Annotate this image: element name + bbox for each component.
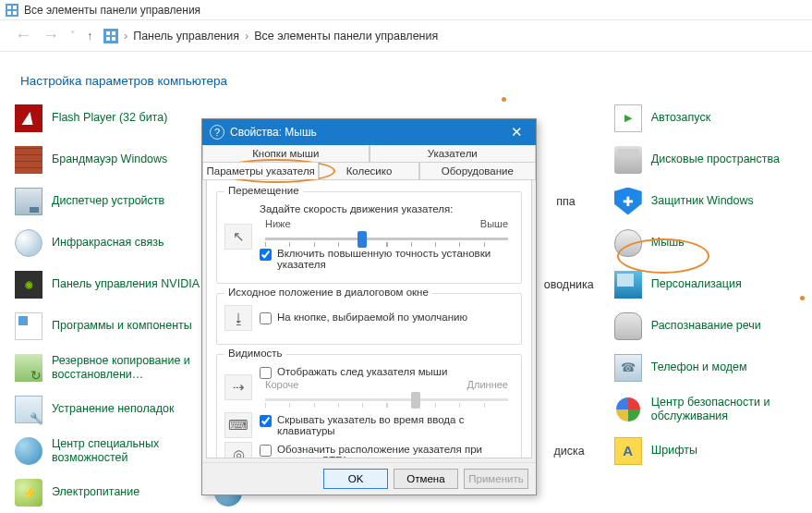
item-security-center[interactable]: Центр безопасности и обслуживания <box>609 388 803 430</box>
svg-rect-7 <box>112 37 115 41</box>
infrared-icon <box>13 227 44 259</box>
dialog-titlebar[interactable]: ? Свойства: Мышь ✕ <box>202 119 536 145</box>
group-visibility: Видимость ⇢ Отображать след указателя мы… <box>216 354 522 458</box>
backup-icon <box>13 352 44 384</box>
item-infrared[interactable]: Инфракрасная связь <box>9 222 203 263</box>
item-power[interactable]: Электропитание <box>9 471 203 513</box>
trail-length-slider <box>265 390 508 409</box>
svg-rect-3 <box>13 11 17 15</box>
nav-recent-icon[interactable]: ˅ <box>65 30 81 42</box>
item-autorun[interactable]: Автозапуск <box>609 97 803 139</box>
speed-label: Задайте скорость движения указателя: <box>260 203 514 214</box>
group-snap-to: Исходное положение в диалоговом окне ⭳ Н… <box>216 293 522 345</box>
tab-pointers[interactable]: Указатели <box>370 145 537 162</box>
programs-icon <box>13 311 44 342</box>
tab-hardware[interactable]: Оборудование <box>419 162 536 179</box>
snap-to-checkbox[interactable]: На кнопке, выбираемой по умолчанию <box>260 311 467 324</box>
device-manager-icon <box>13 186 44 217</box>
firewall-icon <box>13 144 44 176</box>
item-troubleshoot[interactable]: Устранение неполадок <box>9 388 203 430</box>
window-titlebar: Все элементы панели управления <box>0 0 812 20</box>
item-nvidia[interactable]: Панель управления NVIDIA <box>9 263 203 305</box>
item-flash-player[interactable]: Flash Player (32 бита) <box>9 97 203 139</box>
item-device-manager[interactable]: Диспетчер устройств <box>9 180 203 222</box>
dialog-title: Свойства: Мышь <box>230 126 317 139</box>
tab-pointer-options[interactable]: Параметры указателя <box>202 162 319 179</box>
enhance-precision-checkbox[interactable]: Включить повышенную точность установки у… <box>260 248 514 270</box>
apply-button[interactable]: Применить <box>464 469 528 489</box>
disks-icon <box>612 144 644 176</box>
troubleshoot-icon <box>13 394 44 425</box>
item-speech[interactable]: Распознавание речи <box>609 305 803 347</box>
window-title: Все элементы панели управления <box>24 4 200 17</box>
breadcrumb[interactable]: › Панель управления › Все элементы панел… <box>124 30 438 43</box>
tab-buttons[interactable]: Кнопки мыши <box>202 145 370 162</box>
item-fonts[interactable]: Шрифты <box>609 430 803 471</box>
address-icon <box>103 29 118 43</box>
item-ease-of-access[interactable]: Центр специальных возможностей <box>9 430 203 471</box>
svg-rect-5 <box>112 31 115 35</box>
navbar: ← → ˅ ↑ › Панель управления › Все элемен… <box>0 20 812 52</box>
tab-wheel[interactable]: Колесико <box>319 162 418 179</box>
svg-rect-6 <box>106 37 110 41</box>
item-programs[interactable]: Программы и компоненты <box>9 305 203 347</box>
breadcrumb-current[interactable]: Все элементы панели управления <box>254 30 438 43</box>
nav-back-icon[interactable]: ← <box>9 26 37 45</box>
autorun-icon <box>612 103 644 134</box>
svg-rect-1 <box>13 6 17 9</box>
dialog-body: Перемещение ↖ Задайте скорость движения … <box>206 180 532 458</box>
help-icon[interactable]: ? <box>210 125 224 140</box>
control-panel-icon <box>6 4 18 17</box>
item-mouse[interactable]: Мышь <box>609 222 803 263</box>
locate-ctrl-icon: ◎ <box>224 442 252 458</box>
hide-pointer-checkbox[interactable]: Скрывать указатель во время ввода с клав… <box>260 414 514 436</box>
partial-text: оводника <box>544 278 594 291</box>
page-title: Настройка параметров компьютера <box>0 52 812 97</box>
chevron-right-icon: › <box>124 30 127 43</box>
trails-icon: ⇢ <box>224 374 252 400</box>
item-phone-modem[interactable]: Телефон и модем <box>609 347 803 388</box>
snap-to-icon: ⭳ <box>224 305 252 331</box>
cancel-button[interactable]: Отмена <box>394 469 458 489</box>
chevron-right-icon: › <box>245 30 248 43</box>
partial-text: диска <box>554 445 585 458</box>
item-firewall[interactable]: Брандмауэр Windows <box>9 139 203 180</box>
item-windows-defender[interactable]: ✚Защитник Windows <box>609 180 803 222</box>
svg-rect-4 <box>106 31 110 35</box>
item-backup[interactable]: Резервное копирование и восстановлени… <box>9 347 203 388</box>
nvidia-icon <box>13 269 44 300</box>
pointer-speed-icon: ↖ <box>224 224 252 250</box>
speech-icon <box>612 311 644 342</box>
svg-rect-2 <box>7 11 11 15</box>
dialog-button-bar: OK Отмена Применить <box>202 462 536 495</box>
group-motion: Перемещение ↖ Задайте скорость движения … <box>216 191 522 284</box>
nav-forward-icon[interactable]: → <box>37 26 65 45</box>
partial-text: ппа <box>556 195 576 208</box>
item-storage-spaces[interactable]: Дисковые пространства <box>609 139 803 180</box>
svg-rect-0 <box>7 6 11 9</box>
locate-ctrl-checkbox[interactable]: Обозначить расположение указателя при на… <box>260 444 514 458</box>
flash-icon <box>13 103 44 134</box>
mouse-icon <box>612 227 644 259</box>
speed-slider[interactable] <box>265 229 508 248</box>
nav-up-icon[interactable]: ↑ <box>87 30 92 43</box>
security-flag-icon <box>612 394 644 425</box>
breadcrumb-root[interactable]: Панель управления <box>133 30 239 43</box>
fonts-icon <box>612 435 644 467</box>
defender-icon: ✚ <box>612 186 644 217</box>
mouse-properties-dialog: ? Свойства: Мышь ✕ Кнопки мыши Указатели… <box>201 118 537 495</box>
item-personalization[interactable]: Персонализация <box>609 263 803 305</box>
modem-icon <box>612 352 644 384</box>
trails-checkbox[interactable]: Отображать след указателя мыши <box>260 366 514 379</box>
personalization-icon <box>612 269 644 300</box>
dialog-tabs: Кнопки мыши Указатели Параметры указател… <box>202 145 536 180</box>
close-icon[interactable]: ✕ <box>505 124 528 140</box>
accessibility-icon <box>13 435 44 467</box>
power-icon <box>13 477 44 508</box>
ok-button[interactable]: OK <box>323 469 388 489</box>
hide-pointer-icon: ⌨ <box>224 412 252 438</box>
